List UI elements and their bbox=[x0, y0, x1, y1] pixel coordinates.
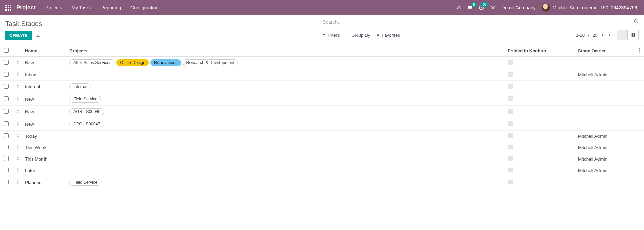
search-input[interactable] bbox=[322, 18, 639, 27]
col-header-name[interactable]: Name bbox=[22, 45, 67, 57]
nav-my-tasks[interactable]: My Tasks bbox=[71, 5, 91, 10]
folded-checkbox[interactable] bbox=[508, 84, 513, 89]
row-checkbox[interactable] bbox=[4, 109, 9, 114]
folded-checkbox[interactable] bbox=[508, 121, 513, 126]
view-list-button[interactable] bbox=[617, 30, 628, 40]
table-row[interactable]: PlannedField Service bbox=[0, 176, 644, 189]
row-checkbox[interactable] bbox=[4, 84, 9, 89]
folded-checkbox[interactable] bbox=[508, 145, 513, 149]
cell-folded[interactable] bbox=[505, 165, 575, 176]
row-checkbox[interactable] bbox=[4, 168, 9, 172]
cell-folded[interactable] bbox=[505, 57, 575, 69]
col-header-fold[interactable]: Folded in Kanban bbox=[505, 45, 575, 57]
folded-checkbox[interactable] bbox=[508, 96, 513, 101]
close-icon[interactable] bbox=[490, 5, 496, 10]
folded-checkbox[interactable] bbox=[508, 180, 513, 184]
cell-folded[interactable] bbox=[505, 142, 575, 153]
folded-checkbox[interactable] bbox=[508, 60, 513, 65]
folded-checkbox[interactable] bbox=[508, 109, 513, 114]
favorites-button[interactable]: Favorites bbox=[376, 33, 400, 38]
row-checkbox[interactable] bbox=[4, 156, 9, 161]
table-row[interactable]: This MonthMitchell Admin bbox=[0, 153, 644, 165]
svg-rect-3 bbox=[5, 7, 7, 8]
create-button[interactable]: CREATE bbox=[5, 31, 32, 40]
nav-projects[interactable]: Projects bbox=[45, 5, 62, 10]
app-brand[interactable]: Project bbox=[16, 4, 36, 11]
folded-checkbox[interactable] bbox=[508, 156, 513, 161]
cell-name: New bbox=[22, 118, 67, 131]
apps-icon[interactable] bbox=[5, 5, 11, 11]
project-tag[interactable]: DPC - S00047 bbox=[69, 121, 104, 127]
table-row[interactable]: This WeekMitchell Admin bbox=[0, 142, 644, 153]
row-checkbox[interactable] bbox=[4, 180, 9, 184]
nav-configuration[interactable]: Configuration bbox=[130, 5, 158, 10]
cell-folded[interactable] bbox=[505, 93, 575, 106]
view-kanban-button[interactable] bbox=[628, 30, 639, 40]
cell-folded[interactable] bbox=[505, 118, 575, 131]
svg-rect-2 bbox=[10, 5, 11, 6]
pager-next[interactable] bbox=[608, 33, 611, 38]
drag-handle-icon[interactable] bbox=[16, 180, 19, 185]
table-row[interactable]: InboxMitchell Admin bbox=[0, 69, 644, 81]
project-tag[interactable]: Research & Development bbox=[183, 59, 238, 66]
drag-handle-icon[interactable] bbox=[16, 84, 19, 89]
cell-folded[interactable] bbox=[505, 176, 575, 189]
row-checkbox[interactable] bbox=[4, 96, 9, 101]
row-checkbox[interactable] bbox=[4, 60, 9, 65]
project-tag[interactable]: Office Design bbox=[116, 59, 149, 66]
col-header-owner[interactable]: Stage Owner bbox=[575, 45, 635, 57]
project-tag[interactable]: After-Sales Services bbox=[69, 59, 115, 66]
table-row[interactable]: NewAGR - S00046 bbox=[0, 106, 644, 118]
drag-handle-icon[interactable] bbox=[16, 145, 19, 150]
row-checkbox[interactable] bbox=[4, 145, 9, 149]
filters-button[interactable]: Filters bbox=[322, 33, 340, 38]
drag-handle-icon[interactable] bbox=[16, 122, 19, 127]
project-tag[interactable]: Field Service bbox=[69, 96, 101, 103]
pager-prev[interactable] bbox=[601, 33, 604, 38]
row-checkbox[interactable] bbox=[4, 72, 9, 77]
project-tag[interactable]: Renovations bbox=[150, 59, 181, 66]
project-tag[interactable]: Field Service bbox=[69, 179, 101, 186]
cell-folded[interactable] bbox=[505, 106, 575, 118]
drag-handle-icon[interactable] bbox=[16, 156, 19, 162]
folded-checkbox[interactable] bbox=[508, 72, 513, 77]
table-row[interactable]: NewField Service bbox=[0, 93, 644, 106]
folded-checkbox[interactable] bbox=[508, 133, 513, 138]
col-header-projects[interactable]: Projects bbox=[67, 45, 505, 57]
table-row[interactable]: LaterMitchell Admin bbox=[0, 165, 644, 176]
project-tag[interactable]: AGR - S00046 bbox=[69, 108, 104, 115]
cell-folded[interactable] bbox=[505, 131, 575, 142]
drag-handle-icon[interactable] bbox=[16, 134, 19, 139]
drag-handle-icon[interactable] bbox=[16, 97, 19, 102]
user-name: Mitchell Admin (demo_150_1642394756) bbox=[553, 5, 639, 10]
svg-rect-0 bbox=[5, 5, 7, 6]
drag-handle-icon[interactable] bbox=[16, 168, 19, 173]
select-all-checkbox[interactable] bbox=[4, 48, 9, 53]
user-menu[interactable]: Mitchell Admin (demo_150_1642394756) bbox=[542, 4, 639, 12]
search-bar[interactable] bbox=[322, 18, 639, 27]
groupby-button[interactable]: Group By bbox=[346, 33, 370, 38]
cell-folded[interactable] bbox=[505, 81, 575, 93]
project-tag[interactable]: Internal bbox=[69, 83, 91, 90]
cell-folded[interactable] bbox=[505, 69, 575, 81]
nav-reporting[interactable]: Reporting bbox=[100, 5, 121, 10]
folded-checkbox[interactable] bbox=[508, 168, 513, 172]
drag-handle-icon[interactable] bbox=[16, 109, 19, 114]
drag-handle-icon[interactable] bbox=[16, 60, 19, 65]
drag-handle-icon[interactable] bbox=[16, 72, 19, 77]
search-icon[interactable] bbox=[633, 19, 639, 24]
columns-menu-icon[interactable] bbox=[639, 49, 640, 54]
activities-icon[interactable]: 35 bbox=[479, 5, 484, 10]
messages-icon[interactable]: 5 bbox=[467, 5, 473, 10]
table-row[interactable]: NewDPC - S00047 bbox=[0, 118, 644, 131]
debug-icon[interactable] bbox=[456, 5, 461, 10]
row-checkbox[interactable] bbox=[4, 133, 9, 138]
row-checkbox[interactable] bbox=[4, 121, 9, 126]
table-row[interactable]: InternalInternal bbox=[0, 81, 644, 93]
table-row[interactable]: TodayMitchell Admin bbox=[0, 131, 644, 142]
export-icon[interactable] bbox=[36, 33, 40, 38]
company-selector[interactable]: Demo Company bbox=[502, 5, 536, 10]
cell-folded[interactable] bbox=[505, 153, 575, 165]
pager-value[interactable]: 1-20 bbox=[576, 33, 585, 38]
table-row[interactable]: NewAfter-Sales ServicesOffice DesignReno… bbox=[0, 57, 644, 69]
